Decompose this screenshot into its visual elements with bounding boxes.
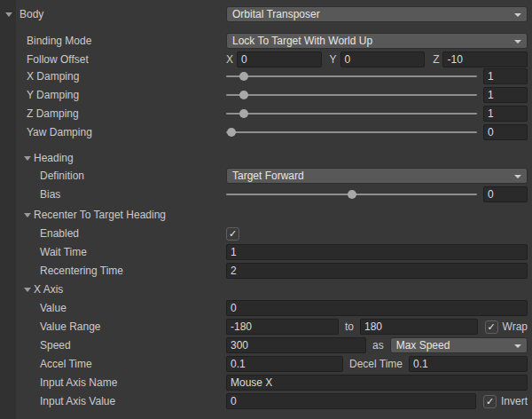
binding-mode-dropdown[interactable]: Lock To Target With World Up bbox=[226, 33, 528, 49]
row-follow-offset: Follow Offset X 0 Y 0 Z -10 bbox=[0, 51, 532, 68]
checkmark-icon: ✓ bbox=[486, 397, 494, 407]
wrap-checkbox[interactable]: ✓ bbox=[485, 320, 498, 334]
value-range-max: 180 bbox=[364, 320, 382, 333]
recentering-time-field[interactable]: 2 bbox=[226, 263, 528, 279]
bias-value: 0 bbox=[488, 188, 494, 201]
slider-knob[interactable] bbox=[239, 72, 248, 81]
foldout-triangle-icon[interactable] bbox=[5, 12, 12, 17]
invert-checkbox[interactable]: ✓ bbox=[483, 395, 497, 408]
body-foldout-label[interactable]: Body bbox=[20, 8, 43, 20]
follow-offset-y-field[interactable]: 0 bbox=[340, 51, 426, 67]
decel-time-value: 0.1 bbox=[413, 358, 428, 370]
wrap-group: ✓ Wrap bbox=[485, 320, 528, 334]
follow-offset-y-label: Y bbox=[330, 53, 337, 66]
row-value: Value 0 bbox=[0, 299, 532, 317]
slider-knob[interactable] bbox=[239, 109, 248, 118]
follow-offset-y-value: 0 bbox=[345, 53, 351, 66]
row-z-damping: Z Damping 1 bbox=[0, 105, 532, 123]
x-damping-value: 1 bbox=[488, 70, 494, 83]
row-enabled: Enabled ✓ bbox=[0, 225, 532, 242]
speed-mode-dropdown[interactable]: Max Speed bbox=[390, 337, 528, 353]
recenter-foldout-label[interactable]: Recenter To Target Heading bbox=[34, 209, 166, 221]
wait-time-field[interactable]: 1 bbox=[226, 244, 528, 260]
accel-time-field[interactable]: 0.1 bbox=[226, 356, 343, 372]
row-definition: Definition Target Forward bbox=[0, 167, 532, 185]
bias-label: Bias bbox=[40, 188, 60, 201]
binding-mode-label: Binding Mode bbox=[27, 35, 91, 47]
x-damping-slider[interactable] bbox=[226, 68, 477, 84]
decel-time-label: Decel Time bbox=[349, 358, 403, 370]
body-pipeline-value: Orbital Transposer bbox=[232, 8, 320, 20]
slider-knob[interactable] bbox=[348, 190, 356, 199]
slider-knob[interactable] bbox=[227, 128, 236, 137]
z-damping-value: 1 bbox=[488, 107, 494, 120]
value-range-max-field[interactable]: 180 bbox=[360, 319, 478, 335]
inspector-panel: Body Orbital Transposer Binding Mode Loc… bbox=[0, 0, 532, 419]
speed-mode-value: Max Speed bbox=[396, 339, 450, 352]
value-range-min: -180 bbox=[231, 320, 252, 333]
heading-foldout-label[interactable]: Heading bbox=[34, 152, 74, 164]
x-damping-label: X Damping bbox=[27, 70, 79, 83]
row-wait-time: Wait Time 1 bbox=[0, 243, 532, 261]
decel-time-field[interactable]: 0.1 bbox=[409, 356, 528, 372]
y-damping-field[interactable]: 1 bbox=[483, 87, 528, 103]
recentering-time-value: 2 bbox=[231, 265, 237, 277]
checkmark-icon: ✓ bbox=[487, 322, 495, 332]
invert-group: ✓ Invert bbox=[483, 395, 528, 408]
body-pipeline-dropdown[interactable]: Orbital Transposer bbox=[226, 6, 528, 22]
x-damping-field[interactable]: 1 bbox=[483, 68, 528, 84]
definition-dropdown[interactable]: Target Forward bbox=[226, 168, 528, 184]
speed-as-label: as bbox=[372, 339, 384, 352]
foldout-triangle-icon[interactable] bbox=[24, 213, 31, 217]
row-yaw-damping: Yaw Damping 0 bbox=[0, 123, 532, 141]
follow-offset-x-label: X bbox=[226, 53, 233, 66]
bias-field[interactable]: 0 bbox=[483, 186, 528, 202]
bias-slider[interactable] bbox=[226, 186, 477, 202]
z-damping-slider[interactable] bbox=[226, 106, 477, 122]
enabled-checkbox[interactable]: ✓ bbox=[226, 227, 239, 241]
yaw-damping-slider[interactable] bbox=[226, 124, 477, 140]
yaw-damping-value: 0 bbox=[488, 126, 494, 138]
slider-knob[interactable] bbox=[239, 91, 248, 99]
value-value: 0 bbox=[231, 302, 237, 314]
input-axis-name-label: Input Axis Name bbox=[40, 376, 117, 389]
follow-offset-x-field[interactable]: 0 bbox=[237, 51, 322, 67]
row-input-axis-value: Input Axis Value 0 ✓ Invert bbox=[0, 392, 532, 410]
follow-offset-z-label: Z bbox=[433, 53, 439, 66]
slider-track bbox=[226, 75, 477, 77]
checkmark-icon: ✓ bbox=[229, 229, 237, 239]
binding-mode-value: Lock To Target With World Up bbox=[232, 35, 372, 47]
z-damping-field[interactable]: 1 bbox=[483, 106, 528, 122]
row-heading-foldout: Heading bbox=[0, 149, 532, 167]
value-range-label: Value Range bbox=[40, 320, 101, 333]
row-input-axis-name: Input Axis Name Mouse X bbox=[0, 374, 532, 391]
row-recentering-time: Recentering Time 2 bbox=[0, 262, 532, 280]
yaw-damping-field[interactable]: 0 bbox=[483, 124, 528, 140]
row-accel-time: Accel Time 0.1 Decel Time 0.1 bbox=[0, 355, 532, 373]
dropdown-arrow-icon bbox=[514, 13, 521, 17]
row-bias: Bias 0 bbox=[0, 186, 532, 203]
foldout-triangle-icon[interactable] bbox=[24, 288, 31, 292]
value-label: Value bbox=[40, 302, 66, 314]
x-axis-foldout-label[interactable]: X Axis bbox=[34, 283, 63, 296]
input-axis-name-value: Mouse X bbox=[231, 376, 272, 389]
enabled-label: Enabled bbox=[40, 227, 79, 240]
dropdown-arrow-icon bbox=[514, 175, 521, 178]
speed-field[interactable]: 300 bbox=[226, 337, 366, 353]
row-value-range: Value Range -180 to 180 ✓ Wrap bbox=[0, 318, 532, 336]
wait-time-label: Wait Time bbox=[40, 246, 87, 258]
value-range-min-field[interactable]: -180 bbox=[226, 319, 339, 335]
input-axis-value-field[interactable]: 0 bbox=[226, 393, 476, 409]
slider-track bbox=[226, 94, 477, 96]
foldout-triangle-icon[interactable] bbox=[24, 156, 31, 161]
input-axis-value-value: 0 bbox=[231, 395, 237, 407]
value-range-to-label: to bbox=[345, 320, 354, 333]
value-field[interactable]: 0 bbox=[226, 300, 528, 316]
speed-label: Speed bbox=[40, 339, 71, 352]
y-damping-slider[interactable] bbox=[226, 87, 477, 103]
slider-track bbox=[226, 113, 477, 115]
row-recenter-foldout: Recenter To Target Heading bbox=[0, 206, 532, 224]
input-axis-name-field[interactable]: Mouse X bbox=[226, 375, 528, 391]
slider-track bbox=[226, 131, 477, 133]
follow-offset-z-field[interactable]: -10 bbox=[442, 51, 528, 67]
